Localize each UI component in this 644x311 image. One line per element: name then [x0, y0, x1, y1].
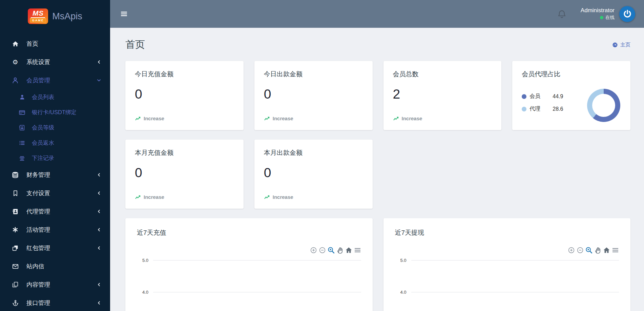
zoom-in-icon[interactable] — [310, 247, 317, 254]
ratio-card-title: 会员代理占比 — [522, 70, 621, 79]
sidebar-item-agent-management[interactable]: 代理管理 — [0, 202, 110, 221]
stat-footer-label: Increase — [402, 116, 422, 121]
sidebar-item-label: 内容管理 — [26, 281, 50, 289]
stat-footer: Increase — [264, 194, 363, 200]
sidebar-item-label: 下注记录 — [32, 154, 54, 162]
ms-game-logo: MS GAME — [28, 8, 48, 24]
power-icon — [623, 9, 632, 18]
sidebar-item-label: 站内信 — [26, 262, 44, 270]
hamburger-icon[interactable] — [120, 10, 128, 18]
sidebar-item-content-management[interactable]: 内容管理 — [0, 275, 110, 294]
gridline — [411, 260, 619, 261]
online-status-label: 在线 — [605, 15, 615, 21]
plotly-modebar — [137, 247, 361, 254]
page-head: 首页 主页 — [125, 38, 630, 51]
sidebar: MS GAME MsApis 首页 ⚙ 系统设置 — [0, 0, 110, 311]
zoom-icon[interactable] — [585, 247, 593, 254]
chevron-left-icon — [97, 300, 101, 305]
trend-up-icon — [135, 195, 141, 200]
zoom-icon[interactable] — [328, 247, 335, 254]
sidebar-item-member-rebate[interactable]: 会员返水 — [0, 135, 110, 150]
clone-icon — [11, 245, 20, 251]
legend-item-agent: 代理 28.6 — [522, 105, 587, 112]
reset-home-icon[interactable] — [345, 247, 352, 254]
main-area: Administrator 在线 首页 主页 — [110, 0, 644, 311]
gridline — [153, 260, 361, 261]
sidebar-item-member-list[interactable]: 会员列表 — [0, 89, 110, 105]
chevron-left-icon — [97, 172, 101, 177]
pan-icon[interactable] — [594, 247, 601, 254]
stat-footer: Increase — [135, 194, 234, 200]
stat-footer-label: Increase — [144, 116, 164, 121]
topbar: Administrator 在线 — [110, 0, 644, 28]
chevron-left-icon — [97, 60, 101, 64]
sidebar-item-bet-records[interactable]: 下注记录 — [0, 150, 110, 166]
app-title: MsApis — [52, 11, 82, 22]
sidebar-item-label: 财务管理 — [26, 171, 50, 179]
user-outline-icon — [11, 77, 20, 84]
reset-home-icon[interactable] — [603, 247, 610, 254]
stat-card-month-deposit: 本月充值金额 0 Increase — [125, 140, 244, 209]
sidebar-item-site-mail[interactable]: 站内信 — [0, 257, 110, 275]
sidebar-item-payment-settings[interactable]: 支付设置 — [0, 184, 110, 202]
sidebar-item-redpacket-management[interactable]: 红包管理 — [0, 239, 110, 257]
content: 首页 主页 今日充值金额 0 Incr — [110, 28, 644, 311]
sidebar-item-member-level[interactable]: 会员等级 — [0, 120, 110, 135]
logo-link[interactable]: MS GAME MsApis — [0, 0, 110, 33]
chevron-left-icon — [97, 282, 101, 287]
user-status: 在线 — [581, 15, 615, 21]
legend-item-member: 会员 44.9 — [522, 93, 587, 100]
breadcrumb[interactable]: 主页 — [612, 42, 630, 48]
zoom-in-icon[interactable] — [568, 247, 575, 254]
breadcrumb-label: 主页 — [620, 42, 630, 48]
sidebar-item-label: 系统设置 — [26, 58, 50, 66]
trend-up-icon — [393, 116, 399, 121]
zoom-out-icon[interactable] — [577, 247, 584, 254]
legend-value: 28.6 — [553, 106, 563, 112]
trend-up-icon — [135, 116, 141, 121]
stat-footer-label: Increase — [273, 116, 293, 121]
bell-icon[interactable] — [557, 9, 566, 19]
modebar-menu-icon[interactable] — [354, 247, 361, 254]
tachometer-icon — [612, 42, 618, 48]
sidebar-item-bankcard-usdt[interactable]: 银行卡/USDT绑定 — [0, 105, 110, 120]
gridline-row: 4.0 — [137, 292, 361, 292]
user-info: Administrator 在线 — [581, 7, 615, 21]
legend-dot-member — [522, 94, 526, 99]
stat-footer: Increase — [393, 116, 492, 121]
modebar-menu-icon[interactable] — [612, 247, 619, 254]
gridline-row: 4.0 — [395, 292, 619, 292]
stat-value: 0 — [264, 165, 363, 180]
sidebar-item-api-management[interactable]: 接口管理 — [0, 294, 110, 311]
y-axis-tick: 5.0 — [395, 258, 411, 263]
y-axis-tick: 4.0 — [137, 290, 153, 295]
align-left-icon — [18, 155, 26, 161]
address-book-solid-icon — [11, 208, 20, 215]
stat-footer-label: Increase — [273, 194, 293, 200]
trend-up-icon — [264, 195, 270, 200]
stat-value: 0 — [135, 165, 234, 180]
pan-icon[interactable] — [336, 247, 344, 254]
logout-avatar-button[interactable] — [619, 6, 635, 22]
member-agent-ratio-card: 会员代理占比 会员 44.9 代理 28.6 — [512, 61, 630, 130]
sidebar-item-label: 支付设置 — [26, 189, 50, 197]
sidebar-item-label: 代理管理 — [26, 207, 50, 215]
user-icon — [18, 94, 26, 100]
stat-card-today-withdraw: 今日出款金额 0 Increase — [254, 61, 373, 130]
line-chart-plot-area: 5.0 4.0 3.0 — [137, 260, 361, 311]
list-icon — [18, 140, 26, 146]
sidebar-item-system-settings[interactable]: ⚙ 系统设置 — [0, 53, 110, 71]
sidebar-item-member-management[interactable]: 会员管理 — [0, 71, 110, 89]
sidebar-item-label: 活动管理 — [26, 226, 50, 234]
gridline-row: 5.0 — [137, 260, 361, 261]
sidebar-item-finance-management[interactable]: 财务管理 — [0, 166, 110, 184]
trend-up-icon — [264, 116, 270, 121]
sidebar-item-activity-management[interactable]: 活动管理 — [0, 221, 110, 239]
stat-title: 今日出款金额 — [264, 70, 363, 79]
grid-empty-cell — [383, 140, 631, 209]
logo-badge-text: MS — [31, 9, 45, 18]
envelope-icon — [11, 263, 20, 270]
sidebar-item-home[interactable]: 首页 — [0, 35, 110, 53]
zoom-out-icon[interactable] — [319, 247, 326, 254]
chart-title: 近7天提现 — [395, 228, 619, 237]
